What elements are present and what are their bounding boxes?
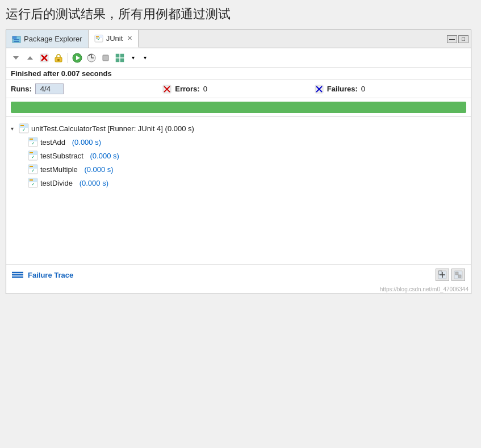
layout-button[interactable] bbox=[114, 52, 126, 64]
errors-icon bbox=[162, 85, 172, 94]
scroll-down-button[interactable] bbox=[10, 52, 22, 64]
page-title: 运行后的测试结果，所有用例都通过测试 bbox=[6, 6, 475, 23]
failure-trace-btn-1-icon bbox=[438, 270, 447, 279]
run-icon bbox=[72, 53, 82, 63]
tab-junit-close[interactable]: ✕ bbox=[127, 35, 132, 42]
toolbar: ▾ ▾ bbox=[6, 48, 471, 68]
minimize-button[interactable]: — bbox=[447, 35, 457, 43]
svg-text:✓: ✓ bbox=[31, 155, 35, 159]
history-button[interactable] bbox=[85, 52, 98, 64]
tree-item-0[interactable]: ✓ testAdd (0.000 s) bbox=[6, 135, 471, 149]
svg-text:✓: ✓ bbox=[31, 182, 35, 186]
failure-trace-btn-2[interactable] bbox=[451, 269, 465, 281]
errors-block: Errors: 0 bbox=[162, 85, 314, 94]
svg-rect-32 bbox=[20, 125, 24, 126]
svg-rect-19 bbox=[103, 55, 108, 61]
package-explorer-icon bbox=[12, 35, 21, 44]
toolbar-separator-1 bbox=[68, 53, 68, 63]
svg-rect-1 bbox=[12, 36, 16, 39]
tree-root-text: unitTest.CalculatorTest [Runner: JUnit 4… bbox=[31, 124, 194, 133]
svg-text:✓: ✓ bbox=[31, 169, 35, 173]
tree-child-icon-3: ✓ bbox=[28, 178, 38, 188]
lock-button[interactable] bbox=[52, 52, 65, 64]
svg-rect-22 bbox=[116, 58, 119, 62]
scroll-up-icon bbox=[26, 54, 34, 62]
view-menu-button[interactable]: ▾ bbox=[140, 52, 150, 64]
tree-toggle[interactable]: ▾ bbox=[11, 125, 16, 132]
tab-bar: Package Explorer ✓ JUnit ✕ — □ bbox=[6, 30, 471, 48]
tree-child-time-1: (0.000 s) bbox=[90, 152, 119, 160]
layout-icon bbox=[115, 53, 124, 62]
maximize-button[interactable]: □ bbox=[458, 35, 469, 43]
tree-child-icon-1: ✓ bbox=[28, 150, 38, 161]
svg-rect-7 bbox=[96, 36, 99, 37]
tab-package-explorer[interactable]: Package Explorer bbox=[6, 30, 89, 48]
svg-text:✓: ✓ bbox=[22, 128, 26, 132]
failures-block: Failures: 0 bbox=[315, 85, 466, 94]
tree-child-time-0: (0.000 s) bbox=[72, 138, 101, 146]
status-bar: Finished after 0.007 seconds bbox=[6, 68, 471, 80]
tree-item-2[interactable]: ✓ testMultiple (0.000 s) bbox=[6, 162, 471, 176]
halt-button[interactable] bbox=[99, 52, 112, 64]
svg-text:✓: ✓ bbox=[31, 141, 35, 145]
stats-row: Runs: 4/4 Errors: 0 Failures: 0 bbox=[6, 80, 471, 98]
scroll-down-icon bbox=[12, 54, 20, 62]
svg-rect-40 bbox=[30, 152, 33, 153]
failures-label: Failures: bbox=[327, 85, 358, 93]
progress-bar bbox=[11, 102, 466, 113]
failure-trace-btn-2-icon bbox=[454, 270, 463, 279]
tree-root-icon: ✓ bbox=[19, 123, 29, 133]
tree-child-time-2: (0.000 s) bbox=[84, 165, 113, 174]
tree-child-icon-2: ✓ bbox=[28, 164, 38, 174]
failure-trace-buttons bbox=[436, 269, 465, 281]
svg-rect-21 bbox=[120, 54, 124, 57]
window-controls: — □ bbox=[447, 30, 471, 48]
svg-rect-59 bbox=[458, 275, 461, 278]
svg-rect-2 bbox=[14, 39, 19, 40]
progress-container bbox=[6, 98, 471, 117]
tree-child-time-3: (0.000 s) bbox=[80, 179, 108, 187]
failure-trace-btn-1[interactable] bbox=[436, 269, 449, 281]
svg-rect-36 bbox=[30, 139, 33, 140]
svg-rect-3 bbox=[14, 41, 19, 42]
tree-child-label-0: testAdd bbox=[40, 138, 65, 146]
halt-icon bbox=[102, 54, 110, 62]
run-button[interactable] bbox=[71, 52, 83, 64]
svg-text:✓: ✓ bbox=[97, 37, 101, 41]
svg-rect-58 bbox=[455, 272, 458, 275]
svg-rect-23 bbox=[120, 58, 124, 62]
tree-child-label-1: testSubstract bbox=[40, 152, 83, 160]
svg-rect-15 bbox=[57, 59, 60, 61]
history-icon bbox=[86, 53, 97, 63]
watermark: https://blog.csdn.net/m0_47006344 bbox=[6, 285, 471, 294]
svg-rect-48 bbox=[30, 179, 33, 181]
scroll-up-button[interactable] bbox=[24, 52, 36, 64]
lock-icon bbox=[54, 53, 63, 62]
tree-item-3[interactable]: ✓ testDivide (0.000 s) bbox=[6, 176, 471, 190]
stop-button[interactable] bbox=[38, 52, 51, 64]
failure-trace-icon bbox=[12, 270, 23, 279]
tree-child-label-3: testDivide bbox=[40, 179, 73, 187]
runs-block: Runs: 4/4 bbox=[11, 83, 162, 94]
errors-value: 0 bbox=[203, 85, 207, 93]
failures-icon bbox=[315, 85, 324, 94]
svg-rect-44 bbox=[30, 166, 33, 167]
tree-child-icon-0: ✓ bbox=[28, 137, 38, 147]
svg-rect-8 bbox=[96, 37, 98, 39]
tab-package-explorer-label: Package Explorer bbox=[24, 35, 82, 43]
failures-value: 0 bbox=[361, 85, 365, 93]
runs-value: 4/4 bbox=[35, 83, 64, 94]
toolbar-dropdown[interactable]: ▾ bbox=[128, 52, 138, 64]
tab-junit-label: JUnit bbox=[106, 34, 123, 43]
svg-marker-9 bbox=[13, 56, 19, 60]
runs-label: Runs: bbox=[11, 85, 32, 93]
tree-item-1[interactable]: ✓ testSubstract (0.000 s) bbox=[6, 149, 471, 162]
tab-junit[interactable]: ✓ JUnit ✕ bbox=[89, 30, 139, 48]
svg-marker-10 bbox=[27, 56, 33, 60]
svg-rect-20 bbox=[116, 54, 119, 57]
test-tree: ▾ ✓ unitTest.CalculatorTest [Runner: JUn… bbox=[6, 117, 471, 265]
errors-label: Errors: bbox=[175, 85, 199, 93]
ide-window: Package Explorer ✓ JUnit ✕ — □ bbox=[6, 30, 471, 294]
failure-trace-label: Failure Trace bbox=[28, 271, 73, 279]
tree-root-item[interactable]: ▾ ✓ unitTest.CalculatorTest [Runner: JUn… bbox=[6, 122, 471, 135]
